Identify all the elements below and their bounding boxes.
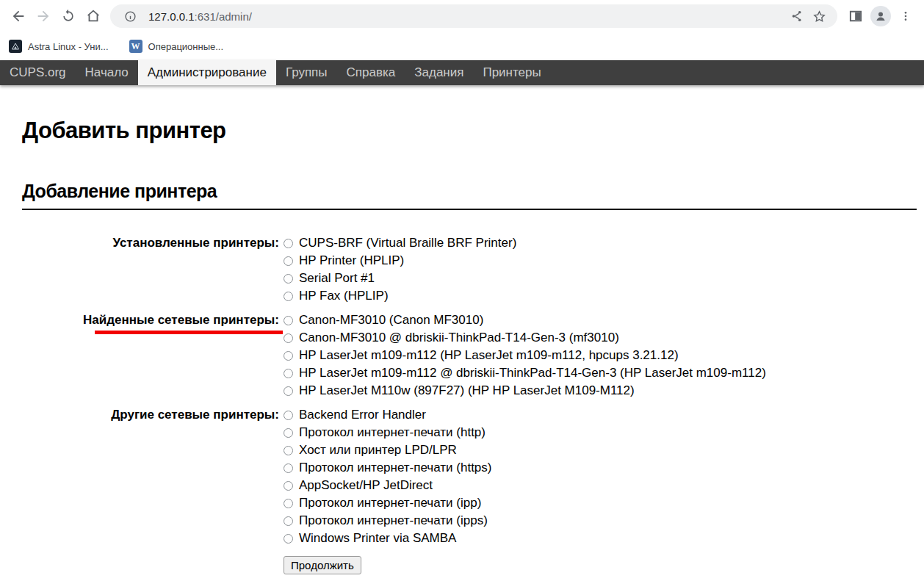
radio-option-label: Serial Port #1 [299,270,375,287]
info-icon[interactable] [119,5,141,27]
url-host: 127.0.0.1 [148,10,195,23]
continue-button[interactable]: Продолжить [284,556,361,574]
radio-option-label: HP LaserJet m109-m112 (HP LaserJet m109-… [299,347,679,364]
section-title: Добавление принтера [22,181,917,210]
forward-icon[interactable] [31,4,56,29]
radio-button[interactable] [284,386,293,396]
group-label-text-red-underlined: Найденные сетевые принтеры: [83,311,279,329]
group-options: Backend Error HandlerПротокол интернет-п… [279,406,766,554]
radio-button[interactable] [284,463,293,473]
radio-button[interactable] [284,446,293,455]
url-path: :631/admin/ [195,10,252,23]
radio-button[interactable] [284,292,293,301]
empty-label-cell [22,554,279,581]
radio-option[interactable]: AppSocket/HP JetDirect [284,477,766,494]
nav-item-группы[interactable]: Группы [276,60,337,85]
radio-option-label: Canon-MF3010 @ dbriskii-ThinkPad-T14-Gen… [299,329,619,347]
radio-button[interactable] [284,316,293,325]
radio-option[interactable]: HP LaserJet m109-m112 (HP LaserJet m109-… [284,347,766,364]
form-row: Найденные сетевые принтеры:Canon-MF3010 … [22,311,766,406]
star-icon[interactable] [808,5,830,27]
radio-option[interactable]: CUPS-BRF (Virtual Braille BRF Printer) [284,234,766,252]
radio-option[interactable]: Протокол интернет-печати (ipp) [284,494,766,512]
astra-linux-icon [9,40,22,53]
radio-option-label: CUPS-BRF (Virtual Braille BRF Printer) [299,234,516,252]
radio-option-label: Протокол интернет-печати (ipps) [299,512,488,530]
radio-option[interactable]: Canon-MF3010 (Canon MF3010) [284,311,766,329]
radio-option[interactable]: HP Fax (HPLIP) [284,287,766,305]
nav-item-задания[interactable]: Задания [405,60,473,85]
radio-option[interactable]: Протокол интернет-печати (http) [284,424,766,441]
share-icon[interactable] [786,5,808,27]
radio-button[interactable] [284,274,293,284]
radio-option-label: HP LaserJet m109-m112 @ dbriskii-ThinkPa… [299,364,766,382]
home-icon[interactable] [81,4,106,29]
radio-option-label: Протокол интернет-печати (ipp) [299,494,481,512]
page-title: Добавить принтер [22,118,917,144]
radio-option-label: Протокол интернет-печати (http) [299,424,486,441]
form-row: Продолжить [22,554,766,581]
radio-option[interactable]: Протокол интернет-печати (https) [284,459,766,477]
radio-option-label: Хост или принтер LPD/LPR [299,441,457,459]
form-row: Другие сетевые принтеры:Backend Error Ha… [22,406,766,554]
group-label: Установленные принтеры: [22,234,279,311]
group-label: Найденные сетевые принтеры: [22,311,279,406]
radio-option-label: AppSocket/HP JetDirect [299,477,433,494]
radio-button[interactable] [284,411,293,420]
radio-option[interactable]: Протокол интернет-печати (ipps) [284,512,766,530]
group-options: Canon-MF3010 (Canon MF3010)Canon-MF3010 … [279,311,766,406]
url-text[interactable]: 127.0.0.1:631/admin/ [148,10,252,23]
radio-button[interactable] [284,516,293,526]
browser-toolbar: 127.0.0.1:631/admin/ [0,0,924,32]
avatar[interactable] [868,4,893,29]
radio-option-label: Backend Error Handler [299,406,426,424]
page-content: Добавить принтер Добавление принтера Уст… [0,118,924,581]
menu-dots-icon[interactable] [893,4,918,29]
group-label: Другие сетевые принтеры: [22,406,279,554]
nav-item-администрирование[interactable]: Администрирование [138,60,276,85]
radio-option[interactable]: Canon-MF3010 @ dbriskii-ThinkPad-T14-Gen… [284,329,766,347]
radio-option-label: Протокол интернет-печати (https) [299,459,492,477]
address-bar[interactable]: 127.0.0.1:631/admin/ [110,4,837,28]
nav-item-справка[interactable]: Справка [337,60,405,85]
group-options: CUPS-BRF (Virtual Braille BRF Printer)HP… [279,234,766,311]
bookmarks-bar: Astra Linux - Уни... W Операционные... [0,32,924,60]
radio-button[interactable] [284,534,293,544]
cups-nav-bar: CUPS.orgНачалоАдминистрированиеГруппыСпр… [0,60,924,85]
bookmark-wikipedia[interactable]: W Операционные... [129,40,224,53]
radio-button[interactable] [284,369,293,378]
radio-option-label: HP LaserJet M110w (897F27) (HP HP LaserJ… [299,382,635,400]
radio-button[interactable] [284,481,293,491]
nav-item-cups-org[interactable]: CUPS.org [0,60,76,85]
bookmark-label: Astra Linux - Уни... [28,41,109,52]
radio-option[interactable]: Windows Printer via SAMBA [284,530,766,547]
radio-button[interactable] [284,239,293,248]
radio-option[interactable]: HP LaserJet M110w (897F27) (HP HP LaserJ… [284,382,766,400]
radio-option[interactable]: HP LaserJet m109-m112 @ dbriskii-ThinkPa… [284,364,766,382]
reload-icon[interactable] [56,4,81,29]
radio-button[interactable] [284,428,293,438]
nav-item-начало[interactable]: Начало [76,60,138,85]
radio-button[interactable] [284,499,293,508]
add-printer-form: Установленные принтеры:CUPS-BRF (Virtual… [22,234,766,581]
wikipedia-icon: W [129,40,142,53]
radio-button[interactable] [284,256,293,266]
back-icon[interactable] [6,4,31,29]
radio-button[interactable] [284,333,293,343]
bookmark-label: Операционные... [148,41,224,52]
form-row: Установленные принтеры:CUPS-BRF (Virtual… [22,234,766,311]
radio-button[interactable] [284,351,293,361]
radio-option-label: HP Printer (HPLIP) [299,252,404,270]
radio-option[interactable]: Backend Error Handler [284,406,766,424]
radio-option-label: Canon-MF3010 (Canon MF3010) [299,311,483,329]
nav-item-принтеры[interactable]: Принтеры [473,60,550,85]
group-label-text: Установленные принтеры: [112,234,279,252]
button-cell: Продолжить [279,554,766,581]
radio-option[interactable]: HP Printer (HPLIP) [284,252,766,270]
side-panel-icon[interactable] [843,4,868,29]
group-label-text: Другие сетевые принтеры: [111,406,279,424]
radio-option-label: Windows Printer via SAMBA [299,530,456,547]
radio-option[interactable]: Хост или принтер LPD/LPR [284,441,766,459]
radio-option[interactable]: Serial Port #1 [284,270,766,287]
bookmark-astra-linux[interactable]: Astra Linux - Уни... [9,40,109,53]
